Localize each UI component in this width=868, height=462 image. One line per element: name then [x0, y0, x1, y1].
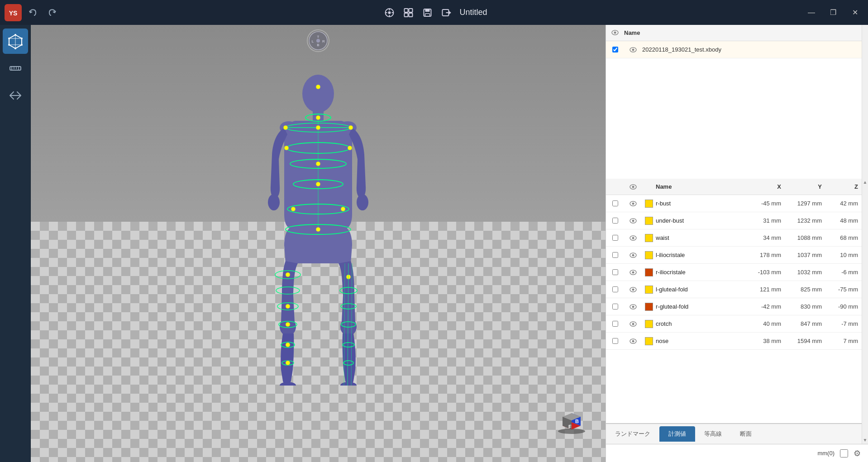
- landmark-row[interactable]: nose 38 mm 1594 mm 7 mm: [606, 333, 862, 350]
- svg-point-112: [632, 305, 634, 308]
- view-navigator[interactable]: T B L R: [307, 29, 329, 52]
- statusbar: mm(0) ⚙: [606, 444, 868, 462]
- close-button[interactable]: ✕: [844, 5, 865, 20]
- lm-z-cell: -6 mm: [825, 269, 862, 276]
- lm-checkbox-input[interactable]: [612, 338, 618, 344]
- svg-point-21: [8, 38, 10, 39]
- landmark-row[interactable]: waist 34 mm 1088 mm 68 mm: [606, 229, 862, 247]
- lm-x-cell: 38 mm: [744, 338, 785, 344]
- lm-checkbox-cell[interactable]: [606, 338, 624, 344]
- file-list-header: Name: [606, 25, 862, 41]
- scroll-down-arrow[interactable]: ▼: [863, 438, 868, 443]
- lm-name-cell: l-iliocristale: [656, 252, 744, 258]
- tab-計測値[interactable]: 計測値: [659, 426, 695, 442]
- lm-y-cell: 1594 mm: [785, 338, 825, 344]
- lm-eye-cell[interactable]: [624, 287, 642, 292]
- file-list-row[interactable]: 20220118_193021_test.xbody: [606, 41, 862, 58]
- landmark-scrollbar[interactable]: ▲ ▼: [862, 179, 868, 444]
- lm-color-box: [645, 337, 653, 345]
- maximize-button[interactable]: ❐: [823, 5, 844, 20]
- lm-checkbox-input[interactable]: [612, 321, 618, 327]
- svg-point-18: [21, 38, 23, 39]
- svg-text:R: R: [322, 39, 325, 43]
- lm-x-cell: 40 mm: [744, 320, 785, 327]
- landmark-row[interactable]: l-iliocristale 178 mm 1037 mm 10 mm: [606, 247, 862, 264]
- sidebar-tool-3dview[interactable]: [3, 29, 28, 54]
- lm-eye-cell[interactable]: [624, 304, 642, 310]
- document-title: Untitled: [459, 8, 487, 17]
- lm-z-cell: 42 mm: [825, 200, 862, 207]
- lm-checkbox-input[interactable]: [612, 218, 618, 224]
- lm-checkbox-cell[interactable]: [606, 200, 624, 206]
- minimize-button[interactable]: —: [801, 5, 822, 20]
- lm-eye-cell[interactable]: [624, 235, 642, 241]
- svg-point-3: [388, 11, 391, 14]
- settings-icon[interactable]: ⚙: [854, 448, 861, 458]
- svg-point-76: [286, 343, 290, 347]
- lm-eye-cell[interactable]: [624, 338, 642, 344]
- file-eye-icon-cell[interactable]: [624, 47, 642, 52]
- landmark-row[interactable]: under-bust 31 mm 1232 mm 48 mm: [606, 212, 862, 229]
- svg-rect-8: [404, 9, 408, 12]
- lm-y-col-header: Y: [785, 183, 825, 190]
- viewport[interactable]: T B L R: [31, 25, 606, 462]
- landmark-row[interactable]: l-gluteal-fold 121 mm 825 mm -75 mm: [606, 281, 862, 298]
- sidebar-tool-measure[interactable]: [3, 56, 28, 81]
- tab-断面[interactable]: 断面: [731, 426, 761, 442]
- lm-checkbox-input[interactable]: [612, 304, 618, 310]
- lm-name-cell: r-bust: [656, 200, 744, 207]
- toolbar-save[interactable]: [419, 4, 436, 21]
- landmark-row[interactable]: crotch 40 mm 847 mm -7 mm: [606, 315, 862, 333]
- landmark-row[interactable]: r-bust -45 mm 1297 mm 42 mm: [606, 195, 862, 212]
- lm-checkbox-cell[interactable]: [606, 252, 624, 258]
- lm-checkbox-cell[interactable]: [606, 269, 624, 275]
- svg-point-75: [286, 322, 290, 327]
- file-checkbox-input[interactable]: [612, 47, 618, 52]
- lm-checkbox-input[interactable]: [612, 200, 618, 206]
- lm-checkbox-input[interactable]: [612, 269, 618, 275]
- undo-button[interactable]: [25, 5, 41, 20]
- tab-ランドマーク[interactable]: ランドマーク: [606, 426, 659, 442]
- lm-eye-cell[interactable]: [624, 321, 642, 327]
- lm-eye-cell[interactable]: [624, 252, 642, 258]
- landmark-rows: r-bust -45 mm 1297 mm 42 mm under-bust 3…: [606, 195, 862, 423]
- app-logo: YS: [5, 4, 22, 21]
- file-list-content: Name 20220118_193021_test.xbody: [606, 25, 862, 179]
- file-checkbox[interactable]: [606, 47, 624, 52]
- lm-eye-cell[interactable]: [624, 270, 642, 275]
- redo-button[interactable]: [44, 5, 60, 20]
- svg-point-96: [632, 48, 634, 51]
- lm-checkbox-cell[interactable]: [606, 235, 624, 241]
- lm-checkbox-input[interactable]: [612, 235, 618, 241]
- lm-checkbox-cell[interactable]: [606, 218, 624, 224]
- sidebar-tool-transfer[interactable]: [3, 83, 28, 108]
- lm-checkbox-cell[interactable]: [606, 304, 624, 310]
- lm-checkbox-cell[interactable]: [606, 286, 624, 292]
- svg-point-64: [316, 125, 320, 130]
- lm-checkbox-cell[interactable]: [606, 321, 624, 327]
- status-checkbox[interactable]: [840, 449, 848, 457]
- tab-等高線[interactable]: 等高線: [695, 426, 731, 442]
- scroll-up-arrow[interactable]: ▲: [863, 180, 868, 185]
- lm-color-box: [645, 268, 653, 276]
- toolbar-export[interactable]: [438, 4, 455, 21]
- landmark-row[interactable]: r-gluteal-fold -42 mm 830 mm -90 mm: [606, 298, 862, 315]
- lm-color-cell: [642, 337, 656, 345]
- svg-point-20: [14, 48, 16, 49]
- file-eye-header-icon: [611, 29, 619, 37]
- svg-point-116: [632, 340, 634, 342]
- lm-eye-cell[interactable]: [624, 201, 642, 206]
- svg-point-114: [632, 323, 634, 325]
- file-list-scrollbar[interactable]: [862, 25, 868, 179]
- lm-color-box: [645, 217, 653, 225]
- lm-checkbox-input[interactable]: [612, 286, 618, 292]
- lm-eye-cell[interactable]: [624, 218, 642, 224]
- lm-color-box: [645, 286, 653, 294]
- toolbar-icon1[interactable]: [381, 4, 398, 21]
- landmark-row[interactable]: r-iliocristale -103 mm 1032 mm -6 mm: [606, 264, 862, 281]
- svg-point-62: [283, 125, 288, 130]
- lm-z-cell: -7 mm: [825, 320, 862, 327]
- svg-point-43: [280, 382, 296, 386]
- toolbar-icon2[interactable]: [400, 4, 417, 21]
- lm-checkbox-input[interactable]: [612, 252, 618, 258]
